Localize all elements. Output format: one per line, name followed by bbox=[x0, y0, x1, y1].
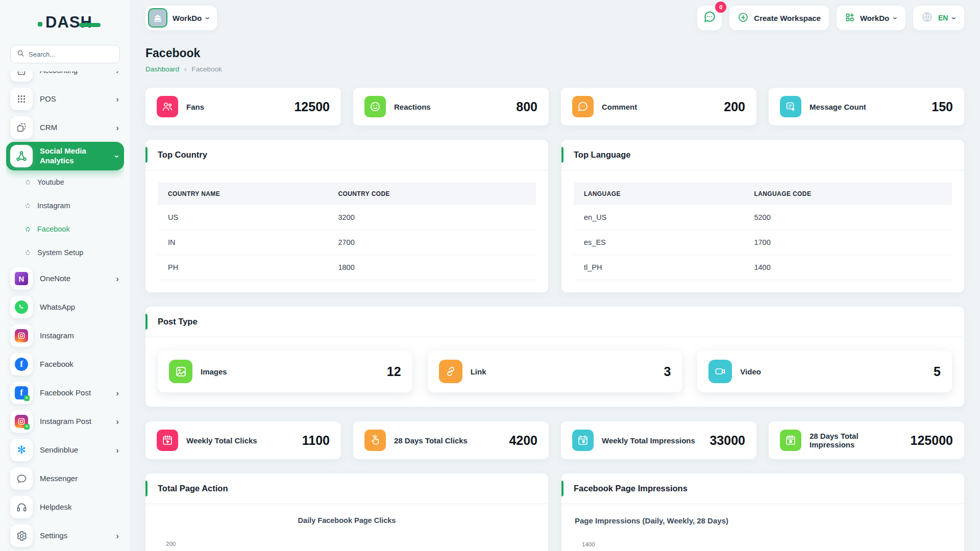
stat-value: 5 bbox=[934, 364, 941, 379]
sidebar-item-pos[interactable]: POS bbox=[6, 85, 124, 113]
breadcrumb-dashboard-link[interactable]: Dashboard bbox=[145, 65, 179, 73]
instagram-icon bbox=[10, 324, 33, 347]
chevron-down-icon bbox=[116, 152, 119, 161]
create-workspace-button[interactable]: Create Workspace bbox=[729, 6, 829, 30]
post-type-card-video: Video 5 bbox=[697, 350, 952, 392]
chat-bubble-icon bbox=[703, 10, 716, 26]
sidebar-item-instagram-app[interactable]: Instagram bbox=[6, 321, 124, 350]
logo-dot-icon bbox=[38, 22, 42, 27]
sidebar-subitem-system-setup[interactable]: System Setup bbox=[6, 241, 124, 264]
sidebar-item-label: Helpdesk bbox=[40, 503, 119, 512]
sidebar-item-label: Facebook Post bbox=[40, 388, 109, 398]
daily-page-clicks-chart: Daily Facebook Page Clicks 200 bbox=[145, 504, 548, 551]
table-row: PH1800 bbox=[158, 255, 536, 280]
sidebar-item-label: CRM bbox=[40, 123, 109, 133]
sidebar-item-helpdesk[interactable]: Helpdesk bbox=[6, 493, 124, 521]
stat-value: 1100 bbox=[302, 433, 330, 448]
cell-country-name: PH bbox=[158, 255, 328, 280]
sidebar-item-facebook-app[interactable]: f Facebook bbox=[6, 350, 124, 379]
workspace-selector[interactable]: WorkDo bbox=[145, 6, 217, 30]
table-row: US3200 bbox=[158, 205, 536, 230]
panel-title: Top Language bbox=[561, 140, 964, 170]
stat-card-message-count: Message Count 150 bbox=[769, 88, 964, 126]
table-row: IN2700 bbox=[158, 230, 536, 255]
sidebar-item-crm[interactable]: CRM bbox=[6, 113, 124, 142]
chevron-right-icon bbox=[116, 532, 119, 540]
column-header: COUNTRY NAME bbox=[158, 183, 328, 205]
facebook-post-icon: f+ bbox=[10, 382, 33, 404]
whatsapp-icon bbox=[10, 296, 33, 318]
sidebar: DASH Accounting POS CRM bbox=[0, 0, 130, 551]
bullet-icon bbox=[26, 204, 30, 208]
stat-value: 3 bbox=[664, 364, 671, 379]
y-axis-tick: 200 bbox=[166, 541, 535, 547]
logo-text: DASH bbox=[45, 13, 92, 32]
sidebar-subitem-instagram[interactable]: Instagram bbox=[6, 194, 124, 217]
sidebar-search[interactable] bbox=[10, 45, 120, 63]
sidebar-item-label: Instagram bbox=[40, 331, 119, 341]
sidebar-item-label: Facebook bbox=[40, 360, 119, 369]
cell-country-code: 1800 bbox=[328, 255, 536, 280]
sidebar-item-sendinblue[interactable]: ✻ Sendinblue bbox=[6, 436, 124, 464]
chevron-right-icon bbox=[116, 95, 119, 104]
stat-label: Message Count bbox=[810, 103, 923, 111]
instagram-post-icon: + bbox=[10, 410, 33, 433]
fans-users-icon bbox=[157, 96, 178, 117]
stat-value: 150 bbox=[932, 99, 953, 114]
sidebar-item-accounting[interactable]: Accounting bbox=[6, 71, 124, 85]
stat-card-fans: Fans 12500 bbox=[145, 88, 341, 126]
comment-bubble-icon bbox=[572, 96, 594, 117]
stats-row-2: Weekly Total Clicks 1100 28 Days Total C… bbox=[145, 421, 964, 459]
total-page-action-panel: Total Page Action Daily Facebook Page Cl… bbox=[145, 473, 548, 551]
search-input[interactable] bbox=[29, 51, 113, 58]
chevron-down-icon bbox=[894, 14, 897, 22]
panel-title: Facebook Page Impressions bbox=[561, 473, 964, 504]
search-icon bbox=[17, 49, 24, 59]
stat-card-comment: Comment 200 bbox=[561, 88, 756, 126]
sidebar-item-label: Settings bbox=[40, 531, 109, 541]
stat-label: Comment bbox=[602, 103, 716, 111]
sidebar-item-label: OneNote bbox=[40, 274, 109, 284]
messages-button[interactable]: 0 bbox=[697, 6, 722, 30]
video-icon bbox=[708, 360, 732, 383]
stat-label: Video bbox=[740, 367, 925, 376]
chevron-right-icon bbox=[116, 417, 119, 426]
sidebar-item-messenger[interactable]: Messenger bbox=[6, 464, 124, 493]
panel-title: Post Type bbox=[145, 307, 964, 337]
topbar: WorkDo 0 Create Workspace WorkDo bbox=[145, 6, 964, 30]
sidebar-subitem-youtube[interactable]: Youtube bbox=[6, 170, 124, 194]
sidebar-item-facebook-post[interactable]: f+ Facebook Post bbox=[6, 379, 124, 407]
sidebar-item-instagram-post[interactable]: + Instagram Post bbox=[6, 407, 124, 436]
sidebar-item-whatsapp[interactable]: WhatsApp bbox=[6, 293, 124, 321]
language-selector[interactable]: EN bbox=[913, 6, 964, 30]
chevron-right-icon bbox=[116, 123, 119, 132]
sendinblue-icon: ✻ bbox=[10, 439, 33, 461]
charts-row: Total Page Action Daily Facebook Page Cl… bbox=[145, 473, 964, 551]
sidebar-item-label: WhatsApp bbox=[40, 303, 119, 312]
sidebar-item-onenote[interactable]: N OneNote bbox=[6, 264, 124, 293]
sidebar-subitem-facebook[interactable]: Facebook bbox=[6, 217, 124, 241]
cell-language-code: 1700 bbox=[744, 230, 952, 255]
stat-value: 125000 bbox=[911, 433, 953, 448]
post-type-panel: Post Type Images 12 Link 3 Video bbox=[145, 307, 964, 407]
column-header: LANGUAGE bbox=[574, 183, 744, 205]
stat-value: 12500 bbox=[294, 99, 330, 114]
cell-language: es_ES bbox=[574, 230, 744, 255]
stat-label: 28 Days Total Impressions bbox=[810, 432, 902, 449]
grid-dots-icon bbox=[10, 88, 33, 110]
sidebar-item-social-media-analytics[interactable]: Social Media Analytics bbox=[6, 142, 124, 170]
stat-label: Images bbox=[201, 367, 379, 376]
onenote-icon: N bbox=[10, 267, 33, 290]
sidebar-item-settings[interactable]: Settings bbox=[6, 521, 124, 550]
chevron-right-icon bbox=[116, 389, 119, 397]
language-label: EN bbox=[938, 14, 948, 22]
stat-card-28-days-total-clicks: 28 Days Total Clicks 4200 bbox=[353, 421, 549, 459]
stat-value: 800 bbox=[516, 99, 537, 114]
stat-value: 4200 bbox=[509, 433, 537, 448]
workdo-menu-label: WorkDo bbox=[860, 14, 889, 22]
chart-title: Page Impressions (Daily, Weekly, 28 Days… bbox=[575, 516, 951, 525]
chevron-right-icon bbox=[116, 71, 119, 75]
breadcrumb-current: Facebook bbox=[191, 65, 222, 73]
chevron-right-icon bbox=[116, 274, 119, 283]
workdo-menu-button[interactable]: WorkDo bbox=[837, 6, 905, 30]
